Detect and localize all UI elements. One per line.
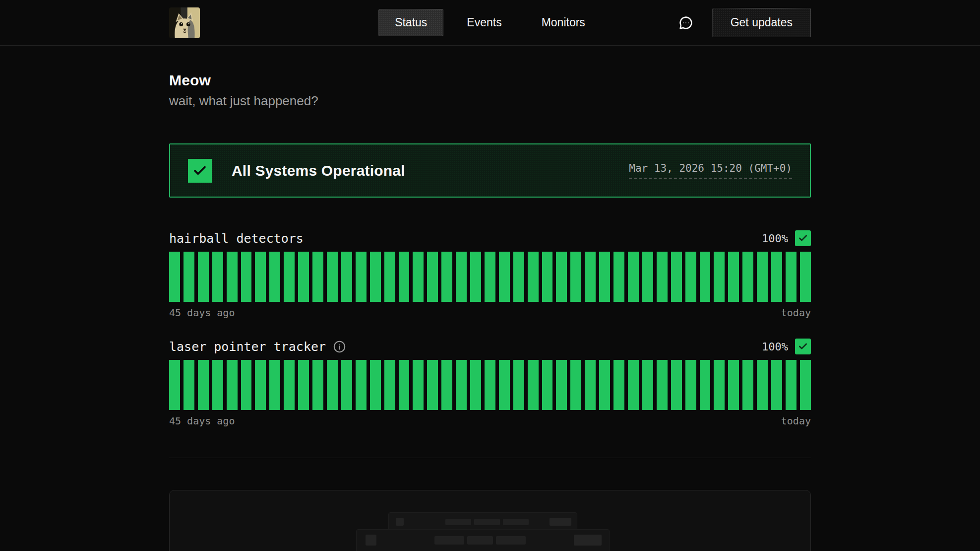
uptime-bar[interactable] (399, 252, 410, 302)
site-logo[interactable] (169, 7, 200, 38)
uptime-bar[interactable] (613, 360, 624, 410)
uptime-bar[interactable] (370, 360, 381, 410)
uptime-bar[interactable] (169, 360, 180, 410)
uptime-bar[interactable] (212, 252, 223, 302)
uptime-bar[interactable] (312, 252, 323, 302)
uptime-bar[interactable] (599, 360, 610, 410)
uptime-bar[interactable] (241, 360, 252, 410)
uptime-bar[interactable] (513, 360, 524, 410)
uptime-bar[interactable] (657, 252, 668, 302)
uptime-bar[interactable] (585, 252, 596, 302)
uptime-bar[interactable] (742, 360, 753, 410)
uptime-bar[interactable] (570, 360, 581, 410)
uptime-bar[interactable] (714, 360, 725, 410)
uptime-bar[interactable] (657, 360, 668, 410)
uptime-bar[interactable] (757, 252, 768, 302)
uptime-bar[interactable] (485, 360, 495, 410)
uptime-bar[interactable] (485, 252, 495, 302)
uptime-bar[interactable] (341, 252, 352, 302)
uptime-bar[interactable] (327, 252, 338, 302)
tab-events[interactable]: Events (450, 9, 518, 36)
uptime-bar[interactable] (757, 360, 768, 410)
uptime-bar[interactable] (728, 252, 739, 302)
uptime-bar[interactable] (786, 360, 796, 410)
uptime-bar[interactable] (700, 252, 711, 302)
uptime-bar[interactable] (528, 252, 539, 302)
uptime-bar[interactable] (441, 360, 452, 410)
uptime-bar[interactable] (184, 252, 194, 302)
uptime-bar[interactable] (212, 360, 223, 410)
uptime-bar[interactable] (370, 252, 381, 302)
uptime-bar[interactable] (227, 252, 238, 302)
uptime-bar[interactable] (427, 252, 438, 302)
uptime-bar[interactable] (384, 360, 395, 410)
uptime-bar[interactable] (413, 252, 424, 302)
get-updates-button[interactable]: Get updates (712, 8, 811, 37)
uptime-bar[interactable] (671, 360, 682, 410)
uptime-bar[interactable] (771, 360, 782, 410)
uptime-bar[interactable] (227, 360, 238, 410)
uptime-bar[interactable] (628, 252, 639, 302)
uptime-bar[interactable] (184, 360, 194, 410)
uptime-bar[interactable] (255, 252, 266, 302)
uptime-bar[interactable] (356, 360, 367, 410)
uptime-bar[interactable] (298, 252, 309, 302)
uptime-bar[interactable] (284, 360, 295, 410)
uptime-bar[interactable] (456, 360, 467, 410)
uptime-bar[interactable] (499, 252, 510, 302)
uptime-bar[interactable] (513, 252, 524, 302)
uptime-bar[interactable] (671, 252, 682, 302)
uptime-bar[interactable] (255, 360, 266, 410)
uptime-bar[interactable] (613, 252, 624, 302)
uptime-bar[interactable] (427, 360, 438, 410)
uptime-bar[interactable] (312, 360, 323, 410)
uptime-bar[interactable] (786, 252, 796, 302)
uptime-bar[interactable] (528, 360, 539, 410)
uptime-bar[interactable] (771, 252, 782, 302)
uptime-bar[interactable] (570, 252, 581, 302)
uptime-bar[interactable] (241, 252, 252, 302)
uptime-bar[interactable] (198, 252, 209, 302)
uptime-bar[interactable] (327, 360, 338, 410)
uptime-bar[interactable] (356, 252, 367, 302)
uptime-bar[interactable] (800, 252, 811, 302)
uptime-bar[interactable] (284, 252, 295, 302)
uptime-bar[interactable] (399, 360, 410, 410)
uptime-bar[interactable] (685, 252, 696, 302)
uptime-bar[interactable] (470, 360, 481, 410)
tab-status[interactable]: Status (378, 9, 443, 36)
uptime-bar[interactable] (456, 252, 467, 302)
uptime-bar[interactable] (685, 360, 696, 410)
uptime-bar[interactable] (599, 252, 610, 302)
uptime-bar[interactable] (542, 252, 553, 302)
range-start-label: 45 days ago (169, 415, 235, 427)
uptime-bar[interactable] (800, 360, 811, 410)
status-timestamp[interactable]: Mar 13, 2026 15:20 (GMT+0) (629, 162, 792, 179)
uptime-bar[interactable] (742, 252, 753, 302)
uptime-bar[interactable] (341, 360, 352, 410)
uptime-bar[interactable] (470, 252, 481, 302)
uptime-bar[interactable] (269, 252, 280, 302)
uptime-bar[interactable] (700, 360, 711, 410)
uptime-bar[interactable] (556, 252, 567, 302)
tab-monitors[interactable]: Monitors (525, 9, 602, 36)
uptime-bar[interactable] (628, 360, 639, 410)
uptime-bar[interactable] (441, 252, 452, 302)
uptime-bar[interactable] (169, 252, 180, 302)
uptime-bar[interactable] (413, 360, 424, 410)
uptime-bar[interactable] (298, 360, 309, 410)
feedback-chat-button[interactable] (677, 14, 694, 31)
uptime-bar[interactable] (499, 360, 510, 410)
uptime-bar[interactable] (642, 252, 653, 302)
uptime-bar[interactable] (269, 360, 280, 410)
uptime-bar[interactable] (714, 252, 725, 302)
uptime-bar[interactable] (384, 252, 395, 302)
uptime-bar[interactable] (198, 360, 209, 410)
monitor-info-button[interactable] (333, 340, 346, 353)
uptime-bar[interactable] (642, 360, 653, 410)
uptime-bar[interactable] (542, 360, 553, 410)
uptime-bar-chart (169, 360, 811, 410)
uptime-bar[interactable] (556, 360, 567, 410)
uptime-bar[interactable] (585, 360, 596, 410)
uptime-bar[interactable] (728, 360, 739, 410)
